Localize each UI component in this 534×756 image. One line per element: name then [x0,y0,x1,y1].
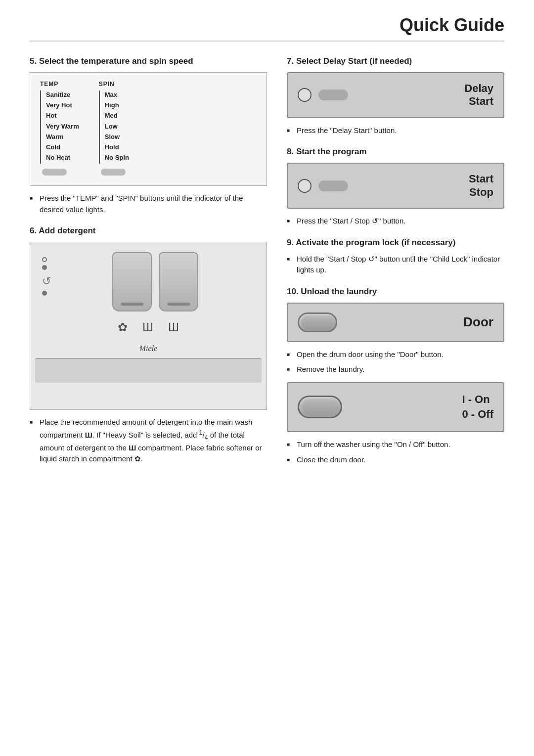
section-6-title: 6. Add detergent [30,226,267,236]
onoff-button-illustration [298,396,342,418]
page-title: Quick Guide [30,15,504,42]
temp-item: No Heat [46,153,79,162]
start-stop-panel: StartStop [287,163,504,209]
section-6: 6. Add detergent ↺ [30,226,267,464]
section-7-bullets: Press the "Delay Start" button. [287,125,504,136]
delay-start-oval [318,89,348,100]
section-8-bullets: Press the "Start / Stop ↺" button. [287,216,504,227]
section-10-bullet-3: Turn off the washer using the "On / Off"… [287,439,504,450]
section-10-title: 10. Unload the laundry [287,287,504,297]
dot-icon [42,265,47,270]
spin-item: Slow [105,133,129,141]
section-10-bullets-1: Open the drum door using the "Door" butt… [287,349,504,375]
onoff-panel: I - On0 - Off [287,382,504,433]
spin-item: Low [105,122,129,131]
section-5-bullets: Press the "TEMP" and "SPIN" buttons unti… [30,193,267,215]
miele-brand-label: Miele [30,344,267,353]
section-7-bullet-1: Press the "Delay Start" button. [287,125,504,136]
delay-start-panel: DelayStart [287,72,504,118]
spin-label: SPIN [99,81,129,88]
section-10-bullet-2: Remove the laundry. [287,364,504,375]
circle-icon [42,257,47,262]
section-10: 10. Unload the laundry Door Open the dru… [287,287,504,466]
start-stop-circle-icon [298,179,312,193]
section-6-bullets: Place the recommended amount of detergen… [30,417,267,464]
detergent-drawer-illustration: ↺ ✿ Ш Ш Miele [30,242,267,410]
container-1 [112,252,152,311]
start-stop-label: StartStop [469,173,493,199]
prewash-icon: Ш [168,320,179,334]
section-5-title: 5. Select the temperature and spin speed [30,56,267,66]
temp-label: TEMP [40,81,79,88]
spin-item: High [105,101,129,110]
drawer-icons-left: ↺ [42,252,51,296]
spin-item: Med [105,111,129,120]
arrow-icon: ↺ [42,275,51,288]
temp-item: Cold [46,143,79,152]
drawer-top: ↺ [42,252,255,311]
delay-start-circle-icon [298,88,312,102]
section-10-bullet-4: Close the drum door. [287,454,504,466]
drawer-containers [56,252,255,311]
door-button-illustration [298,312,337,332]
section-5: 5. Select the temperature and spin speed… [30,56,267,215]
section-6-bullet-1: Place the recommended amount of detergen… [30,417,267,464]
delay-start-label: DelayStart [464,82,493,108]
section-8: 8. Start the program StartStop Press the… [287,147,504,226]
temp-column: TEMP Sanitize Very Hot Hot Very Warm War… [40,81,79,176]
start-stop-oval [318,180,348,191]
door-label: Door [463,314,493,330]
section-5-bullet-1: Press the "TEMP" and "SPIN" buttons unti… [30,193,267,215]
door-panel: Door [287,303,504,342]
drawer-bottom-icons: ✿ Ш Ш [30,320,267,334]
spin-item: Max [105,90,129,99]
section-9-title: 9. Activate the program lock (if necessa… [287,238,504,248]
temp-item: Warm [46,133,79,141]
temp-item: Very Hot [46,101,79,110]
section-10-bullets-2: Turn off the washer using the "On / Off"… [287,439,504,465]
section-10-bullet-1: Open the drum door using the "Door" butt… [287,349,504,360]
dot-icon-2 [42,291,47,296]
right-column: 7. Select Delay Start (if needed) DelayS… [287,56,504,469]
section-7: 7. Select Delay Start (if needed) DelayS… [287,56,504,136]
temp-list: Sanitize Very Hot Hot Very Warm Warm Col… [40,90,79,164]
section-9-bullet-1: Hold the "Start / Stop ↺" button until t… [287,254,504,276]
spin-button-illustration [101,169,126,176]
section-9-bullets: Hold the "Start / Stop ↺" button until t… [287,254,504,276]
temp-item: Sanitize [46,90,79,99]
container-2 [159,252,198,311]
temp-spin-inner: TEMP Sanitize Very Hot Hot Very Warm War… [40,81,257,176]
temp-button-illustration [42,169,67,176]
section-7-title: 7. Select Delay Start (if needed) [287,56,504,66]
temp-spin-panel: TEMP Sanitize Very Hot Hot Very Warm War… [30,72,267,186]
spin-column: SPIN Max High Med Low Slow Hold No Spin [99,81,129,176]
spin-list: Max High Med Low Slow Hold No Spin [99,90,129,164]
page: Quick Guide 5. Select the temperature an… [0,0,534,756]
section-8-title: 8. Start the program [287,147,504,157]
spin-item: Hold [105,143,129,152]
temp-item: Very Warm [46,122,79,131]
temp-item: Hot [46,111,79,120]
left-column: 5. Select the temperature and spin speed… [30,56,267,469]
main-wash-icon: Ш [142,320,153,334]
onoff-label: I - On0 - Off [462,392,493,423]
section-9: 9. Activate the program lock (if necessa… [287,238,504,276]
drawer-tray [35,358,262,383]
snowflake-icon: ✿ [118,320,128,334]
spin-item: No Spin [105,153,129,162]
main-content: 5. Select the temperature and spin speed… [30,56,504,469]
section-8-bullet-1: Press the "Start / Stop ↺" button. [287,216,504,227]
